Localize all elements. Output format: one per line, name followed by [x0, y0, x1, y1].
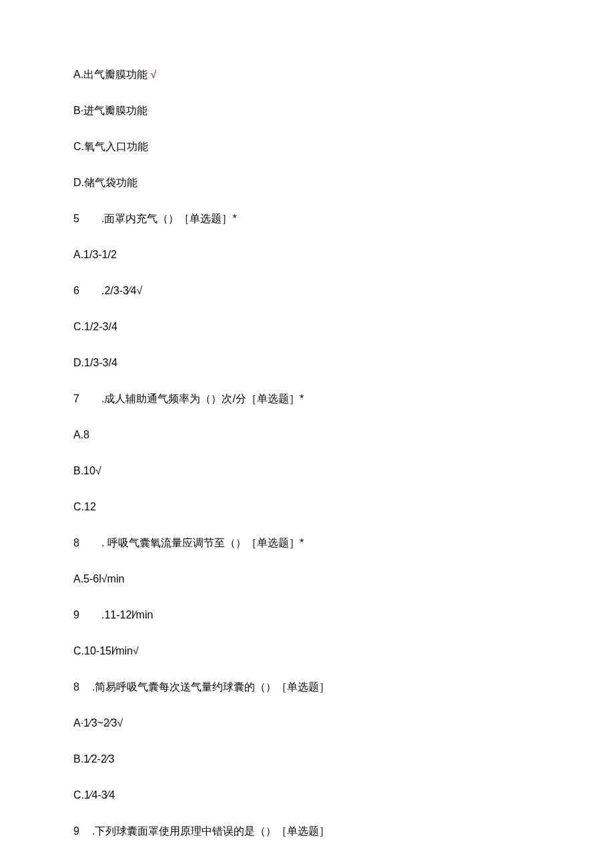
text-line: C.10-15l⁄min√ [73, 643, 541, 659]
question-number: 7 [73, 391, 83, 407]
option-text: A.出气瓣膜功能 [73, 69, 151, 80]
text-line: D.储气袋功能 [73, 175, 541, 191]
question-text: .2/3-3⁄4√ [101, 285, 142, 296]
question-number: 8 [73, 535, 83, 551]
question-number: 6 [73, 283, 83, 299]
option-text: C.1/2-3/4 [73, 321, 117, 332]
option-text: B·进气瓣膜功能 [73, 105, 147, 116]
text-line: 8.简易呼吸气囊每次送气量约球囊的（）［单选题］ [73, 679, 541, 695]
text-line: A.1/3-1/2 [73, 247, 541, 263]
question-text: .11-12l⁄min [101, 609, 153, 620]
question-text: .下列球囊面罩使用原理中错误的是（）［单选题］ [92, 825, 330, 837]
text-line: A.5-6l√min [73, 571, 541, 587]
option-text: A.8 [73, 429, 89, 440]
text-line: C.氧气入口功能 [73, 139, 541, 155]
option-text: A.1/3-1/2 [73, 249, 117, 260]
option-text: A·1⁄3~2⁄3√ [73, 717, 123, 729]
text-line: 9.下列球囊面罩使用原理中错误的是（）［单选题］ [73, 823, 541, 839]
text-line: A.8 [73, 427, 541, 443]
question-text: . 呼吸气囊氧流量应调节至（）［单选题］* [101, 537, 304, 548]
option-text: D.储气袋功能 [73, 177, 137, 188]
text-line: B.1⁄2-2⁄3 [73, 751, 541, 767]
option-text: C.氧气入口功能 [73, 141, 148, 152]
text-line: D.1/3-3/4 [73, 355, 541, 371]
text-line: 7.成人辅助通气频率为（）次/分［单选题］* [73, 391, 541, 407]
text-line: 9.11-12l⁄min [73, 607, 541, 623]
text-line: A.出气瓣膜功能 √ [73, 67, 541, 83]
text-line: C.1/2-3/4 [73, 319, 541, 335]
check-icon: √ [151, 69, 157, 80]
question-number: 8 [73, 679, 83, 695]
question-text: .成人辅助通气频率为（）次/分［单选题］* [101, 393, 304, 404]
option-text: A.5-6l√min [73, 573, 124, 584]
text-line: B.10√ [73, 463, 541, 479]
question-number: 5 [73, 211, 83, 227]
option-text: C.1⁄4-3⁄4 [73, 789, 115, 801]
text-line: 6.2/3-3⁄4√ [73, 283, 541, 299]
text-line: 8. 呼吸气囊氧流量应调节至（）［单选题］* [73, 535, 541, 551]
text-line: C.1⁄4-3⁄4 [73, 787, 541, 803]
option-text: B.10√ [73, 465, 101, 476]
option-text: B.1⁄2-2⁄3 [73, 753, 114, 765]
option-text: C.10-15l⁄min√ [73, 645, 139, 657]
text-line: 5.面罩内充气（）［单选题］* [73, 211, 541, 227]
option-text: C.12 [73, 501, 96, 512]
question-text: .简易呼吸气囊每次送气量约球囊的（）［单选题］ [92, 681, 330, 693]
question-number: 9 [73, 607, 83, 623]
option-text: D.1/3-3/4 [73, 357, 117, 368]
question-number: 9 [73, 823, 83, 839]
text-line: B·进气瓣膜功能 [73, 103, 541, 119]
text-line: A·1⁄3~2⁄3√ [73, 715, 541, 731]
text-line: C.12 [73, 499, 541, 515]
question-text: .面罩内充气（）［单选题］* [101, 213, 237, 224]
